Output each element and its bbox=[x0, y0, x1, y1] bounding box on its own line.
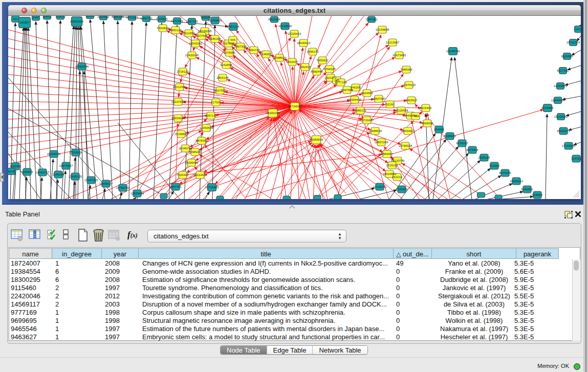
svg-text:1071913: 1071913 bbox=[171, 19, 183, 23]
svg-text:10958107: 10958107 bbox=[99, 182, 113, 185]
svg-text:9227342: 9227342 bbox=[557, 69, 569, 72]
svg-text:924565: 924565 bbox=[532, 193, 543, 196]
svg-text:16648784: 16648784 bbox=[446, 50, 460, 53]
svg-text:20657: 20657 bbox=[43, 16, 52, 18]
svg-text:16107552: 16107552 bbox=[171, 100, 185, 103]
svg-text:8938923: 8938923 bbox=[444, 135, 456, 138]
svg-text:39149: 39149 bbox=[8, 170, 16, 173]
svg-text:2935114: 2935114 bbox=[478, 156, 491, 159]
svg-text:15720407: 15720407 bbox=[360, 119, 374, 122]
svg-text:9699695: 9699695 bbox=[421, 122, 433, 125]
svg-text:105532: 105532 bbox=[55, 16, 66, 18]
svg-text:16914479: 16914479 bbox=[193, 173, 207, 177]
svg-text:19654923: 19654923 bbox=[401, 129, 415, 133]
svg-text:17957255: 17957255 bbox=[84, 179, 98, 182]
svg-text:252214: 252214 bbox=[392, 176, 403, 179]
svg-text:1117: 1117 bbox=[575, 28, 581, 31]
svg-text:9457791: 9457791 bbox=[169, 185, 182, 188]
svg-text:26053346: 26053346 bbox=[75, 65, 89, 68]
svg-text:7964: 7964 bbox=[412, 115, 419, 118]
svg-text:1047: 1047 bbox=[32, 16, 39, 19]
svg-text:2867608: 2867608 bbox=[234, 45, 247, 48]
svg-text:18300295: 18300295 bbox=[266, 112, 280, 115]
svg-text:1667135: 1667135 bbox=[186, 20, 198, 23]
svg-text:6466160: 6466160 bbox=[112, 16, 124, 18]
svg-text:14136141: 14136141 bbox=[373, 185, 387, 188]
svg-text:12213967: 12213967 bbox=[386, 41, 400, 44]
svg-text:8878352: 8878352 bbox=[195, 139, 208, 142]
svg-text:15226058: 15226058 bbox=[198, 30, 212, 33]
svg-text:8267130: 8267130 bbox=[205, 114, 217, 117]
svg-text:17359924: 17359924 bbox=[69, 151, 83, 154]
svg-text:19384554: 19384554 bbox=[310, 138, 323, 141]
svg-text:1615112: 1615112 bbox=[386, 164, 399, 167]
svg-text:763262: 763262 bbox=[489, 164, 500, 167]
svg-text:62160: 62160 bbox=[386, 103, 395, 106]
svg-text:8813054: 8813054 bbox=[268, 18, 280, 21]
svg-text:12213389: 12213389 bbox=[173, 85, 187, 89]
svg-text:7886372: 7886372 bbox=[354, 109, 366, 112]
svg-text:20691406: 20691406 bbox=[70, 20, 84, 23]
svg-text:17016504: 17016504 bbox=[562, 144, 576, 147]
svg-text:8471676: 8471676 bbox=[499, 171, 511, 174]
svg-text:116753: 116753 bbox=[571, 157, 581, 160]
svg-text:16120746: 16120746 bbox=[391, 159, 405, 162]
svg-text:1696170: 1696170 bbox=[307, 50, 319, 53]
svg-text:9777169: 9777169 bbox=[335, 81, 347, 84]
svg-text:8912954: 8912954 bbox=[183, 32, 195, 35]
svg-text:9884067: 9884067 bbox=[381, 152, 393, 156]
svg-text:7485063: 7485063 bbox=[400, 68, 412, 71]
svg-text:19166822: 19166822 bbox=[175, 133, 188, 136]
svg-text:1733426: 1733426 bbox=[396, 188, 408, 191]
svg-text:12444154: 12444154 bbox=[551, 99, 565, 102]
svg-text:14099489: 14099489 bbox=[185, 161, 199, 164]
svg-text:13325419: 13325419 bbox=[288, 32, 301, 35]
svg-text:164095: 164095 bbox=[434, 128, 445, 131]
svg-text:3824554: 3824554 bbox=[361, 92, 373, 95]
svg-text:8215955: 8215955 bbox=[541, 106, 554, 110]
svg-text:9146821: 9146821 bbox=[260, 53, 272, 56]
svg-text:1156829: 1156829 bbox=[21, 170, 34, 173]
svg-text:17588520: 17588520 bbox=[273, 56, 287, 59]
svg-text:10655: 10655 bbox=[86, 16, 95, 17]
svg-text:9245652: 9245652 bbox=[521, 188, 533, 191]
svg-text:10654112: 10654112 bbox=[510, 180, 524, 183]
svg-text:12353594: 12353594 bbox=[200, 126, 213, 129]
svg-text:10807487: 10807487 bbox=[372, 97, 386, 100]
svg-text:7515526: 7515526 bbox=[156, 17, 168, 20]
svg-text:18640910: 18640910 bbox=[297, 41, 311, 45]
svg-text:12093873: 12093873 bbox=[554, 84, 568, 87]
svg-text:5822037: 5822037 bbox=[286, 60, 298, 63]
svg-text:9463627: 9463627 bbox=[405, 99, 418, 102]
svg-text:10543382: 10543382 bbox=[189, 42, 203, 45]
svg-text:19756928: 19756928 bbox=[399, 144, 412, 147]
svg-text:20206536: 20206536 bbox=[47, 152, 61, 156]
svg-text:9242848: 9242848 bbox=[220, 63, 232, 67]
svg-text:19654925: 19654925 bbox=[171, 117, 185, 120]
svg-text:18724007: 18724007 bbox=[288, 105, 302, 108]
svg-text:8498222: 8498222 bbox=[189, 150, 201, 154]
svg-text:8990448: 8990448 bbox=[311, 70, 323, 73]
svg-text:1362615: 1362615 bbox=[299, 65, 311, 69]
svg-text:8427552: 8427552 bbox=[214, 89, 226, 92]
svg-text:7625402: 7625402 bbox=[177, 173, 189, 177]
svg-text:217006: 217006 bbox=[211, 101, 222, 104]
svg-text:10688639: 10688639 bbox=[368, 129, 382, 133]
svg-text:12975115: 12975115 bbox=[402, 83, 416, 86]
svg-text:10025458: 10025458 bbox=[395, 109, 408, 112]
svg-text:1145194: 1145194 bbox=[53, 173, 65, 176]
svg-text:7955812: 7955812 bbox=[316, 59, 329, 62]
svg-text:16154808: 16154808 bbox=[376, 28, 389, 31]
svg-text:7663822: 7663822 bbox=[157, 27, 169, 30]
svg-text:10973493: 10973493 bbox=[393, 54, 406, 57]
svg-text:1071913: 1071913 bbox=[126, 16, 138, 19]
svg-text:546: 546 bbox=[230, 38, 236, 41]
svg-text:12942757: 12942757 bbox=[36, 171, 50, 174]
svg-text:211: 211 bbox=[13, 17, 18, 20]
svg-text:19218506: 19218506 bbox=[278, 25, 292, 28]
svg-text:2635061: 2635061 bbox=[9, 165, 21, 168]
svg-text:16782759: 16782759 bbox=[116, 186, 130, 189]
svg-text:8186328: 8186328 bbox=[209, 37, 221, 40]
svg-text:12823468: 12823468 bbox=[130, 192, 144, 195]
svg-text:6794028: 6794028 bbox=[323, 68, 336, 71]
